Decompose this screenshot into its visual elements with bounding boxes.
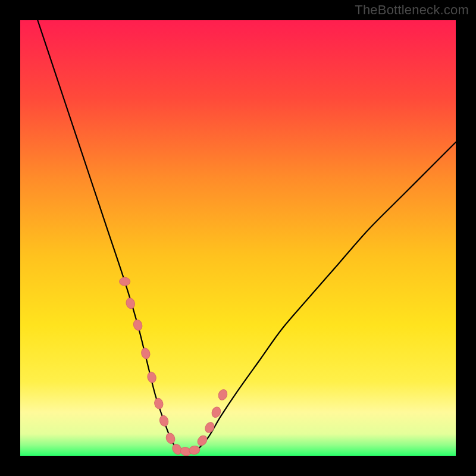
chart-frame: TheBottleneck.com [0, 0, 476, 476]
plot-area [20, 20, 456, 456]
emphasis-dot [120, 277, 130, 286]
plot-svg [20, 20, 456, 456]
watermark-text: TheBottleneck.com [355, 2, 469, 18]
